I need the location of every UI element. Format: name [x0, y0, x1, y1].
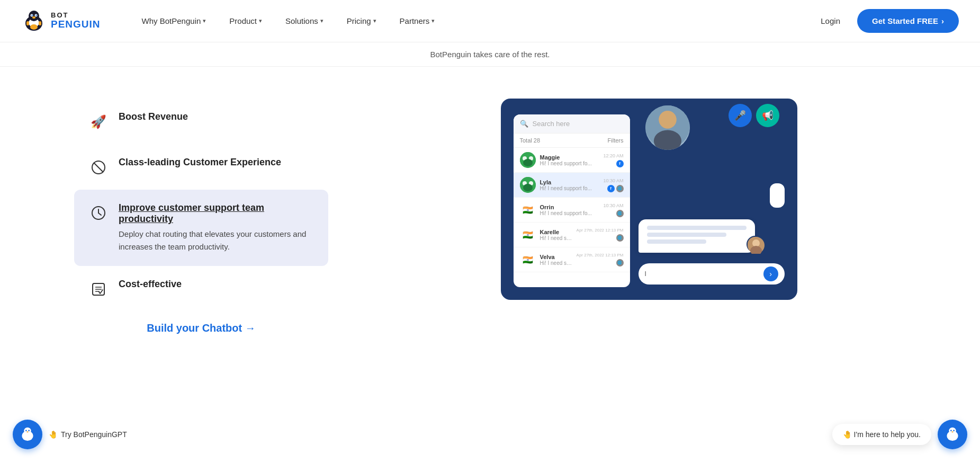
svg-point-23	[523, 159, 533, 166]
globe-badge: 🌐	[616, 210, 624, 217]
svg-point-7	[32, 16, 35, 19]
chevron-down-icon: ▾	[259, 17, 262, 24]
voice-icons: 🎤 📢	[729, 104, 779, 127]
svg-line-15	[98, 213, 101, 215]
svg-point-6	[35, 14, 37, 15]
chat-list-panel: 🔍 Search here Total 28 Filters	[514, 114, 630, 287]
illustration-area: 🔍 Search here Total 28 Filters	[371, 99, 927, 300]
received-message-1	[770, 183, 785, 208]
svg-point-5	[31, 14, 32, 15]
svg-rect-9	[39, 21, 41, 25]
get-started-button[interactable]: Get Started FREE ›	[857, 9, 959, 33]
globe-badge: 🌐	[616, 234, 624, 242]
svg-line-12	[94, 163, 103, 172]
chevron-down-icon: ▾	[431, 17, 435, 24]
feature-title: Improve customer support team productivi…	[119, 202, 313, 225]
chevron-down-icon: ▾	[320, 17, 323, 24]
svg-rect-8	[26, 21, 29, 25]
chat-contact-maggie[interactable]: Maggie Hi! I need support fo... 12:20 AM…	[514, 148, 630, 173]
subtitle-bar: BotPenguin takes care of the rest.	[0, 42, 980, 67]
globe-badge: 🌐	[616, 185, 624, 192]
login-button[interactable]: Login	[814, 12, 847, 30]
chat-contact-orrin[interactable]: 🇮🇳 Orrin Hi! I need support fo... 10:30 …	[514, 198, 630, 223]
logo-icon	[21, 8, 47, 34]
nav-item-pricing[interactable]: Pricing ▾	[337, 12, 386, 30]
fb-badge: f	[616, 160, 624, 167]
user-avatar-large	[644, 104, 691, 152]
contact-info: Karelle Hi! I need support fo...	[540, 229, 572, 241]
feature-title: Cost-effective	[119, 279, 313, 290]
svg-point-27	[523, 184, 533, 191]
features-list: 🚀 Boost Revenue Class-leading Customer E…	[74, 99, 328, 366]
no-icon	[89, 158, 108, 177]
checklist-icon	[89, 280, 108, 299]
avatar-orrin: 🇮🇳	[520, 202, 536, 218]
chat-search: 🔍 Search here	[514, 114, 630, 134]
navbar: BOT PENGUIN Why BotPenguin ▾ Product ▾ S…	[0, 0, 980, 42]
svg-point-32	[752, 239, 760, 247]
nav-links: Why BotPenguin ▾ Product ▾ Solutions ▾ P…	[132, 12, 815, 30]
chat-input[interactable]: I	[645, 270, 759, 278]
fb-badge: f	[607, 185, 615, 192]
avatar-karelle: 🇮🇳	[520, 227, 536, 243]
main-content: 🚀 Boost Revenue Class-leading Customer E…	[0, 67, 980, 398]
build-cta-section: Build your Chatbot →	[74, 312, 328, 366]
feature-item-productivity[interactable]: Improve customer support team productivi…	[74, 190, 328, 266]
avatar-lyla	[520, 177, 536, 193]
send-button[interactable]: ›	[763, 266, 778, 281]
sent-message-1	[639, 219, 755, 253]
speaker-button[interactable]: 📢	[756, 104, 779, 127]
globe-badge: 🌐	[616, 259, 624, 266]
avatar-maggie	[520, 152, 536, 168]
contact-info: Maggie Hi! I need support fo...	[540, 154, 599, 166]
nav-item-solutions[interactable]: Solutions ▾	[276, 12, 333, 30]
chat-list-header: Total 28 Filters	[514, 134, 630, 148]
feature-item-boost-revenue[interactable]: 🚀 Boost Revenue	[74, 99, 328, 144]
chat-contact-karelle[interactable]: 🇮🇳 Karelle Hi! I need support fo... Apr …	[514, 223, 630, 247]
clock-icon	[89, 203, 108, 223]
feature-title: Boost Revenue	[119, 111, 313, 122]
feature-item-cost-effective[interactable]: Cost-effective	[74, 266, 328, 312]
contact-info: Orrin Hi! I need support fo...	[540, 204, 599, 216]
search-input[interactable]: Search here	[533, 120, 624, 128]
microphone-button[interactable]: 🎤	[729, 104, 752, 127]
chat-input-area: I ›	[639, 263, 785, 285]
nav-right: Login Get Started FREE ›	[814, 9, 959, 33]
feature-title: Class-leading Customer Experience	[119, 157, 313, 168]
chevron-down-icon: ▾	[373, 17, 376, 24]
chat-contact-velva[interactable]: 🇮🇳 Velva Hi! I need support fo... Apr 27…	[514, 247, 630, 272]
chat-bubble-panel: 🎤 📢	[639, 114, 785, 287]
contact-info: Velva Hi! I need support fo...	[540, 254, 572, 266]
nav-item-why[interactable]: Why BotPenguin ▾	[132, 12, 216, 30]
small-avatar	[747, 236, 763, 253]
svg-point-10	[30, 24, 38, 30]
feature-item-customer-experience[interactable]: Class-leading Customer Experience	[74, 144, 328, 190]
svg-point-29	[659, 111, 677, 129]
svg-point-2	[29, 11, 39, 21]
contact-info: Lyla Hi! I need support fo...	[540, 179, 599, 191]
logo-text: BOT PENGUIN	[51, 12, 101, 30]
build-chatbot-link[interactable]: Build your Chatbot →	[147, 312, 256, 356]
chat-dashboard: 🔍 Search here Total 28 Filters	[501, 99, 797, 300]
search-icon: 🔍	[520, 120, 528, 128]
feature-description: Deploy chat routing that elevates your c…	[119, 228, 313, 253]
logo[interactable]: BOT PENGUIN	[21, 8, 101, 34]
chevron-down-icon: ▾	[203, 17, 206, 24]
chat-contact-lyla[interactable]: Lyla Hi! I need support fo... 10:30 AM f…	[514, 173, 630, 198]
avatar-velva: 🇮🇳	[520, 252, 536, 268]
nav-item-partners[interactable]: Partners ▾	[390, 12, 445, 30]
rocket-icon: 🚀	[89, 112, 108, 131]
nav-item-product[interactable]: Product ▾	[220, 12, 272, 30]
